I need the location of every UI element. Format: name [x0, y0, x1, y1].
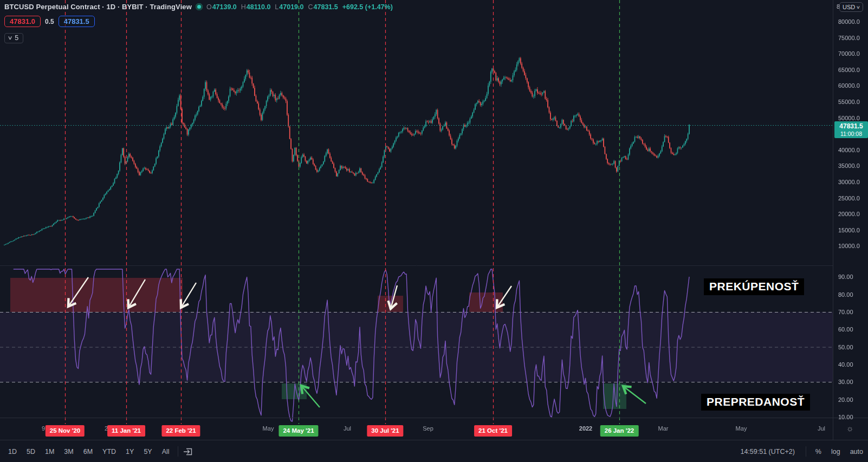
rsi-tick: 10.00 — [838, 414, 853, 420]
auto-scale-button[interactable]: auto — [845, 446, 868, 457]
rsi-tick: 40.00 — [838, 361, 853, 368]
range-button-5y[interactable]: 5Y — [140, 446, 156, 457]
price-tick: 20000.0 — [838, 211, 860, 217]
currency-unit-button[interactable]: USD ∨ — [839, 2, 863, 12]
log-scale-button[interactable]: log — [826, 446, 845, 457]
range-button-6m[interactable]: 6M — [80, 446, 96, 457]
indicator-count: 5 — [15, 34, 18, 42]
symbol-title: BTCUSD Perpetual Contract · 1D · BYBIT ·… — [4, 3, 192, 11]
percent-scale-button[interactable]: % — [811, 446, 826, 457]
event-date-badge: 22 Feb '21 — [161, 425, 200, 437]
price-tick: 10000.0 — [838, 243, 860, 249]
time-axis-pane[interactable]: 92MayJulSep2022MarMayJul 25 Nov '2011 Ja… — [0, 418, 868, 440]
time-tick: 9 — [42, 425, 45, 432]
indicator-collapse-button[interactable]: ∨ 5 — [4, 33, 23, 43]
toolbar-divider — [178, 446, 178, 457]
time-tick: Sep — [423, 425, 433, 432]
go-to-date-button[interactable] — [183, 447, 193, 456]
price-tick: 30000.0 — [838, 179, 860, 185]
time-tick: 2022 — [579, 425, 592, 432]
chevron-down-icon: ∨ — [856, 5, 860, 10]
rsi-tick: 20.00 — [838, 396, 853, 403]
range-button-ytd[interactable]: YTD — [99, 446, 120, 457]
time-tick: Jul — [344, 425, 351, 432]
price-tick: 80000.0 — [838, 18, 860, 25]
ohlc-item: L47019.0 — [275, 3, 303, 11]
ohlc-values: O47139.0H48110.0L47019.0C47831.5+692.5 (… — [206, 3, 393, 11]
range-button-1y[interactable]: 1Y — [122, 446, 138, 457]
oversold-label: PREPREDANOSŤ — [701, 394, 810, 411]
last-price-badge: 47831.5 11:00:08 — [834, 121, 868, 138]
event-date-badge: 11 Jan '21 — [107, 425, 145, 437]
price-tick: 75000.0 — [838, 35, 860, 41]
event-date-badge: 30 Jul '21 — [367, 425, 403, 437]
chevron-down-icon: ∨ — [8, 35, 13, 41]
scales-settings-icon[interactable]: ☼ — [846, 424, 854, 433]
bid-ask-row: 47831.0 0.5 47831.5 — [4, 16, 393, 27]
price-tick: 15000.0 — [838, 227, 860, 233]
go-to-date-icon — [183, 447, 193, 456]
change-value: +692.5 (+1.47%) — [342, 3, 393, 11]
event-date-badge: 21 Oct '21 — [474, 425, 512, 437]
range-button-1d[interactable]: 1D — [4, 446, 21, 457]
price-tick: 40000.0 — [838, 147, 860, 153]
price-tick: 35000.0 — [838, 162, 860, 169]
range-button-1m[interactable]: 1M — [41, 446, 58, 457]
spread-value: 0.5 — [45, 18, 54, 25]
rsi-tick: 50.00 — [838, 344, 853, 350]
sell-price-button[interactable]: 47831.0 — [4, 16, 41, 27]
price-tick: 55000.0 — [838, 99, 860, 105]
tradingview-chart-window: BTCUSD Perpetual Contract · 1D · BYBIT ·… — [0, 0, 868, 462]
price-tick: 60000.0 — [838, 82, 860, 89]
time-tick: Jul — [818, 425, 825, 432]
event-date-badge: 25 Nov '20 — [46, 425, 85, 437]
price-tick: 65000.0 — [838, 67, 860, 73]
price-tick: 50000.0 — [838, 115, 860, 121]
chart-plot-area[interactable] — [0, 0, 833, 424]
bottom-toolbar: 1D5D1M3M6MYTD1Y5YAll 14:59:51 (UTC+2) % … — [0, 440, 868, 462]
range-button-5d[interactable]: 5D — [23, 446, 39, 457]
price-tick: 25000.0 — [838, 195, 860, 201]
price-axis-pane[interactable]: 8 USD ∨ 80000.075000.070000.065000.06000… — [833, 0, 868, 440]
last-price-value: 47831.5 — [834, 122, 868, 130]
time-tick: May — [736, 425, 747, 432]
ohlc-item: O47139.0 — [206, 3, 237, 11]
rsi-tick: 70.00 — [838, 309, 853, 315]
range-button-all[interactable]: All — [158, 446, 173, 457]
rsi-tick: 60.00 — [838, 326, 853, 333]
toolbar-divider — [806, 446, 806, 457]
time-tick: Mar — [658, 425, 669, 432]
time-tick: May — [263, 425, 274, 432]
chart-legend: BTCUSD Perpetual Contract · 1D · BYBIT ·… — [4, 3, 393, 43]
buy-price-button[interactable]: 47831.5 — [59, 16, 95, 27]
range-button-3m[interactable]: 3M — [60, 446, 77, 457]
event-date-badge: 24 May '21 — [278, 425, 318, 437]
legend-title-row: BTCUSD Perpetual Contract · 1D · BYBIT ·… — [4, 3, 393, 11]
countdown-timer: 11:00:08 — [834, 131, 868, 137]
ohlc-item: C47831.5 — [308, 3, 338, 11]
ohlc-item: H48110.0 — [241, 3, 271, 11]
rsi-tick: 90.00 — [838, 274, 853, 280]
rsi-tick: 30.00 — [838, 379, 853, 385]
event-date-badge: 26 Jan '22 — [600, 425, 639, 437]
price-tick: 70000.0 — [838, 50, 860, 57]
bybit-logo-icon — [196, 3, 203, 10]
session-clock[interactable]: 14:59:51 (UTC+2) — [740, 448, 801, 456]
currency-label: USD — [843, 4, 855, 10]
overbought-label: PREKÚPENOSŤ — [704, 278, 804, 295]
rsi-tick: 80.00 — [838, 291, 853, 298]
date-range-buttons: 1D5D1M3M6MYTD1Y5YAll — [0, 446, 173, 457]
